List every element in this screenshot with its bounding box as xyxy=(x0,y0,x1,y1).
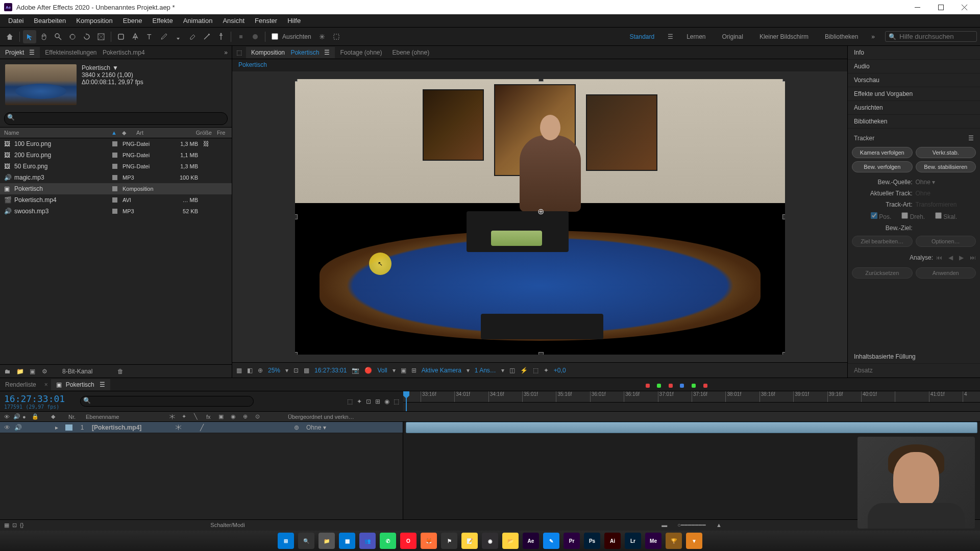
asset-label-color[interactable] xyxy=(112,186,117,191)
interpret-footage-icon[interactable]: 🖿 xyxy=(3,367,12,376)
anchor-tool[interactable] xyxy=(234,30,248,43)
current-track-dropdown[interactable]: Ohne xyxy=(916,190,976,197)
cb-position[interactable] xyxy=(871,212,877,219)
tab-layer[interactable]: Ebene (ohne) xyxy=(387,47,434,58)
panel-content-aware[interactable]: Inhaltsbasierte Füllung xyxy=(848,350,980,364)
taskbar-files[interactable]: 📂 xyxy=(502,533,519,549)
composition-viewer[interactable]: ⊕ ↖ xyxy=(232,71,847,362)
panel-effekte[interactable]: Effekte und Vorgaben xyxy=(848,87,980,101)
selection-tool[interactable] xyxy=(23,30,36,43)
tracker-menu-icon[interactable]: ☰ xyxy=(968,135,974,142)
tab-projekt[interactable]: Projekt☰ xyxy=(0,47,40,58)
workspace-more[interactable]: » xyxy=(871,33,875,40)
fast-icon[interactable]: ⚡ xyxy=(520,367,528,374)
tl-icon6[interactable]: ⬚ xyxy=(394,398,399,405)
taskbar-firefox[interactable]: 🦊 xyxy=(421,533,437,549)
selection-handle[interactable] xyxy=(295,79,298,82)
clone-tool[interactable] xyxy=(172,30,185,43)
snap-mode[interactable] xyxy=(330,30,343,43)
taskbar-pr[interactable]: Pr xyxy=(564,533,580,549)
taskbar-app2[interactable]: ✎ xyxy=(543,533,559,549)
tl-icon5[interactable]: ◉ xyxy=(384,398,389,405)
taskbar-app3[interactable]: 🏆 xyxy=(666,533,682,549)
audio-icon[interactable]: 🔊 xyxy=(14,424,22,431)
resolution-dropdown[interactable]: Voll xyxy=(377,367,387,374)
close-button[interactable] xyxy=(952,0,976,14)
layer-clip[interactable] xyxy=(406,422,977,433)
taskbar-start[interactable]: ⊞ xyxy=(278,533,294,549)
snap-options[interactable] xyxy=(315,30,329,43)
parent-pickwhip-icon[interactable]: ⊚ xyxy=(294,424,304,431)
asset-label-color[interactable] xyxy=(112,164,117,169)
selection-handle[interactable] xyxy=(538,79,544,82)
layer-color-swatch[interactable] xyxy=(65,424,72,431)
panel-audio[interactable]: Audio xyxy=(848,60,980,73)
roi-icon[interactable]: ▣ xyxy=(401,367,406,374)
asset-label-color[interactable] xyxy=(112,153,117,158)
project-search[interactable] xyxy=(4,112,228,125)
zoom-slider[interactable]: ○━━━━━━━ xyxy=(677,522,706,529)
zoom-out-icon[interactable]: ▬ xyxy=(662,522,667,529)
warp-stabilize-button[interactable]: Verkr.stab. xyxy=(916,147,976,158)
project-bit-depth[interactable]: 8-Bit-Kanal xyxy=(62,368,92,375)
zoom-in-icon[interactable]: ▲ xyxy=(716,522,722,529)
zoom-tool[interactable] xyxy=(52,30,65,43)
sort-icon[interactable]: ▲ xyxy=(111,130,117,136)
grid-icon[interactable]: ⊞ xyxy=(411,367,416,374)
menu-komposition[interactable]: Komposition xyxy=(71,15,118,27)
workspace-lernen[interactable]: Lernen xyxy=(687,33,705,40)
anchor-point-icon[interactable]: ⊕ xyxy=(537,207,544,216)
timeline-timecode[interactable]: 16:27:33:01 xyxy=(4,393,65,404)
selection-handle[interactable] xyxy=(782,352,785,355)
new-comp-icon[interactable]: ▣ xyxy=(28,367,37,376)
track-camera-button[interactable]: Kamera verfolgen xyxy=(852,147,913,158)
tab-renderliste[interactable]: Renderliste xyxy=(0,379,41,390)
cb-scale[interactable] xyxy=(935,212,942,219)
menu-ansicht[interactable]: Ansicht xyxy=(217,15,250,27)
panel-bibliotheken[interactable]: Bibliotheken xyxy=(848,115,980,129)
maximize-button[interactable] xyxy=(929,0,952,14)
visibility-icon[interactable]: 👁 xyxy=(4,424,12,431)
mask-vis-icon[interactable]: ◧ xyxy=(247,367,253,374)
transparency-icon[interactable]: ▩ xyxy=(304,367,309,374)
panel-absatz[interactable]: Absatz xyxy=(848,364,980,378)
exposure-value[interactable]: +0,0 xyxy=(554,367,566,374)
menu-ebene[interactable]: Ebene xyxy=(118,15,148,27)
taskbar-explorer[interactable]: 📁 xyxy=(318,533,335,549)
tab-timeline-comp[interactable]: ▣Pokertisch☰ xyxy=(51,379,110,390)
asset-row[interactable]: 🖼100 Euro.pngPNG-Datei1,3 MB⛓ xyxy=(0,138,232,149)
eraser-tool[interactable] xyxy=(186,30,199,43)
layer-row[interactable]: 👁 🔊 ▸ 1 [Pokertisch.mp4] 🞵╱ ⊚ Ohne ▾ xyxy=(0,422,403,433)
taskbar-search[interactable]: 🔍 xyxy=(298,533,314,549)
stabilize-motion-button[interactable]: Bew. stabilisieren xyxy=(916,161,976,172)
renderer-icon[interactable]: ✦ xyxy=(544,367,549,374)
edit-target-button[interactable]: Ziel bearbeiten… xyxy=(852,236,913,247)
tab-footage[interactable]: Footage (ohne) xyxy=(335,47,387,58)
asset-row[interactable]: 🖼50 Euro.pngPNG-Datei1,3 MB xyxy=(0,161,232,172)
twirl-icon[interactable]: ▸ xyxy=(55,424,63,431)
trash-icon[interactable]: 🗑 xyxy=(116,367,125,376)
home-tool[interactable] xyxy=(3,30,16,43)
workspace-original[interactable]: Original xyxy=(722,33,743,40)
track-type-dropdown[interactable]: Transformieren xyxy=(916,201,976,208)
asset-row[interactable]: 🎬Pokertisch.mp4AVI… MB xyxy=(0,194,232,206)
viewer-lock-icon[interactable]: ⬚ xyxy=(232,49,246,56)
motion-source-dropdown[interactable]: Ohne ▾ xyxy=(916,179,976,186)
col-type[interactable]: Art xyxy=(136,130,181,136)
options-button[interactable]: Optionen… xyxy=(916,236,976,247)
cb-rotation[interactable] xyxy=(901,212,908,219)
camera-tool[interactable] xyxy=(94,30,108,43)
timeline-search[interactable] xyxy=(80,396,254,407)
menu-fenster[interactable]: Fenster xyxy=(250,15,282,27)
reset-button[interactable]: Zurücksetzen xyxy=(852,267,913,279)
selection-handle[interactable] xyxy=(295,352,298,355)
taskbar-tasks[interactable]: ▦ xyxy=(339,533,355,549)
tl-icon2[interactable]: ✦ xyxy=(357,398,362,405)
taskbar-ae[interactable]: Ae xyxy=(523,533,539,549)
taskbar-lr[interactable]: Lr xyxy=(625,533,641,549)
minimize-button[interactable] xyxy=(905,0,929,14)
project-thumbnail[interactable] xyxy=(5,64,77,105)
menu-datei[interactable]: Datei xyxy=(3,15,29,27)
new-folder-icon[interactable]: 📁 xyxy=(15,367,24,376)
chevron-down-icon[interactable]: ▼ xyxy=(112,64,118,71)
